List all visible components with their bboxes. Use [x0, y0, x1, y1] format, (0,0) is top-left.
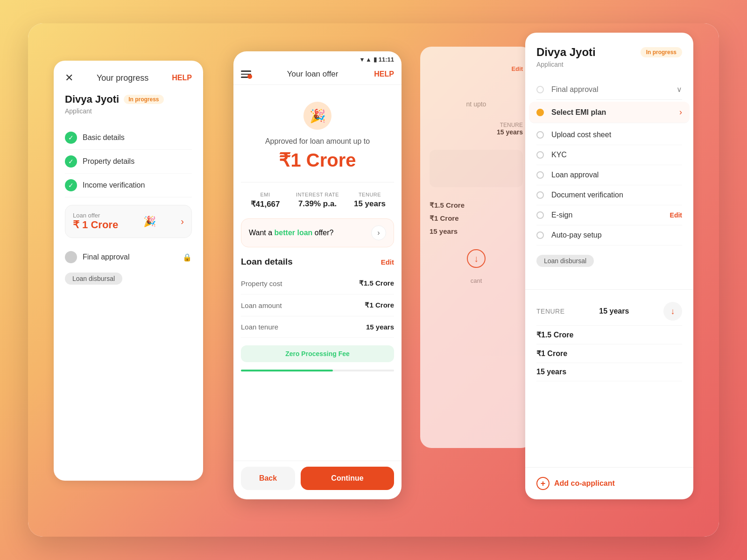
step-select-emi[interactable]: Select EMI plan › — [529, 102, 690, 123]
wifi-icon: ▾ — [360, 56, 364, 63]
bg-panel-partial: Edit nt upto TENURE 15 years ₹1.5 Crore … — [420, 47, 532, 448]
disbursal-tag: Loan disbursal — [65, 273, 122, 285]
approval-amount: ₹1 Crore — [241, 149, 394, 171]
right-panel-inner: Divya Jyoti In progress Applicant Final … — [525, 33, 693, 499]
right-panel-content: Divya Jyoti In progress Applicant Final … — [525, 33, 693, 286]
right-panel: Divya Jyoti In progress Applicant Final … — [525, 33, 693, 499]
progress-bar-fill — [241, 370, 333, 371]
step-dot-autopay — [536, 231, 544, 239]
phone-nav: Your loan offer HELP — [233, 66, 402, 85]
download-button[interactable]: ↓ — [663, 302, 682, 321]
check-icon-property: ✓ — [65, 155, 77, 168]
approval-text: Approved for loan amount up to — [241, 137, 394, 146]
emi-item: EMI ₹41,667 — [241, 192, 289, 209]
outer-card: ✕ Your progress HELP Divya Jyoti In prog… — [28, 23, 719, 537]
right-status-badge: In progress — [641, 47, 682, 57]
help-button-small[interactable]: HELP — [172, 74, 192, 82]
notification-dot — [247, 74, 252, 79]
menu-line-1 — [241, 70, 251, 72]
step-label-doc: Document verification — [551, 191, 682, 199]
step-label-income: Income verification — [83, 181, 145, 189]
time-display: 11:11 — [379, 56, 394, 63]
step-loan-approval[interactable]: Loan approval — [536, 165, 682, 185]
step-dot-emi — [536, 109, 544, 116]
step-label-property: Property details — [83, 157, 134, 166]
step-final-approval[interactable]: Final approval ∨ — [536, 79, 682, 100]
loan-offer-card[interactable]: Loan offer ₹ 1 Crore 🎉 › — [65, 205, 192, 238]
loan-amount-value: ₹1 Crore — [536, 349, 567, 358]
better-loan-banner[interactable]: Want a better loan offer? › — [241, 218, 394, 247]
lock-icon: 🔒 — [183, 253, 192, 262]
step-esign[interactable]: E-sign Edit — [536, 205, 682, 225]
step-label-esign: E-sign — [551, 211, 670, 219]
panel-header: ✕ Your progress HELP — [65, 72, 192, 84]
menu-icon[interactable] — [241, 70, 251, 78]
step-dot-doc — [536, 191, 544, 199]
step-property-details[interactable]: ✓ Property details — [65, 150, 192, 174]
phone-content: 🎉 Approved for loan amount up to ₹1 Cror… — [233, 85, 402, 461]
better-loan-arrow[interactable]: › — [371, 225, 386, 240]
better-loan-text: Want a better loan offer? — [249, 229, 333, 237]
panel-title: Your progress — [97, 73, 148, 83]
status-badge: In progress — [124, 95, 163, 104]
edit-button[interactable]: Edit — [381, 258, 394, 266]
status-icons: ▾ ▲ ▮ 11:11 — [360, 56, 394, 63]
step-label-upload: Upload cost sheet — [551, 131, 682, 139]
step-label-final-approval: Final approval — [551, 85, 677, 94]
right-user-row: Divya Jyoti In progress — [536, 46, 682, 59]
step-autopay[interactable]: Auto-pay setup — [536, 225, 682, 245]
tenure-value: 15 years — [345, 199, 394, 209]
interest-label: INTEREST RATE — [293, 192, 342, 197]
amount-row-1-crore: ₹1 Crore — [536, 344, 682, 363]
main-phone-card: ▾ ▲ ▮ 11:11 Your loan offer HELP 🎉 Ap — [233, 51, 402, 499]
arrow-right-icon: › — [181, 216, 184, 227]
step-income-verification[interactable]: ✓ Income verification — [65, 174, 192, 197]
help-button[interactable]: HELP — [374, 70, 394, 78]
step-kyc[interactable]: KYC — [536, 145, 682, 165]
step-edit-esign[interactable]: Edit — [670, 211, 682, 219]
loan-details-title: Loan details — [241, 257, 293, 267]
step-dot-final-approval — [536, 86, 544, 93]
loan-offer-left: Loan offer ₹ 1 Crore — [73, 212, 118, 231]
signal-icon: ▲ — [366, 56, 372, 63]
battery-icon: ▮ — [374, 56, 377, 63]
step-dot-loan-approval — [536, 171, 544, 179]
detail-row-loan: Loan amount ₹1 Crore — [241, 294, 394, 316]
amounts-section: TENURE 15 years ↓ ₹1.5 Crore ₹1 Crore 15… — [525, 289, 693, 389]
nav-title: Your loan offer — [287, 70, 338, 79]
party-icon-small: 🎉 — [143, 216, 156, 228]
step-dot-esign — [536, 211, 544, 219]
loan-offer-amount: ₹ 1 Crore — [73, 219, 118, 231]
continue-button[interactable]: Continue — [301, 467, 394, 490]
plus-circle-icon: + — [536, 477, 550, 490]
step-label-emi: Select EMI plan — [551, 108, 679, 117]
chevron-down-icon: ∨ — [677, 85, 682, 94]
step-label-loan-approval: Loan approval — [551, 171, 682, 179]
step-dot-upload — [536, 131, 544, 139]
amount-row-15-years: 15 years — [536, 363, 682, 381]
detail-value-property: ₹1.5 Crore — [359, 279, 394, 287]
tenure-item: TENURE 15 years — [345, 192, 394, 209]
interest-value: 7.39% p.a. — [293, 199, 342, 209]
back-button[interactable]: Back — [241, 467, 295, 490]
loan-offer-label: Loan offer — [73, 212, 118, 219]
user-info: Divya Jyoti In progress Applicant — [65, 93, 192, 115]
loan-details-section: Loan details Edit Property cost ₹1.5 Cro… — [241, 257, 394, 371]
step-doc-verification[interactable]: Document verification — [536, 185, 682, 205]
emi-grid: EMI ₹41,667 INTEREST RATE 7.39% p.a. TEN… — [241, 192, 394, 209]
step-label-final: Final approval — [83, 253, 130, 261]
emi-value: ₹41,667 — [241, 199, 289, 209]
close-button[interactable]: ✕ — [65, 72, 73, 84]
step-label-kyc: KYC — [551, 151, 682, 159]
amount-row-1-5-crore: ₹1.5 Crore — [536, 326, 682, 344]
detail-value-loan: ₹1 Crore — [365, 301, 394, 309]
tenure-label: TENURE — [345, 192, 394, 197]
final-approval-row: Final approval 🔒 — [65, 245, 192, 269]
tenure-header: TENURE — [536, 308, 565, 315]
user-name-row: Divya Jyoti In progress — [65, 93, 192, 105]
disbursal-section: Loan disbursal — [536, 245, 682, 273]
step-basic-details[interactable]: ✓ Basic details — [65, 126, 192, 150]
amount-row-tenure-header: TENURE 15 years ↓ — [536, 297, 682, 326]
add-coapplicant-button[interactable]: + Add co-applicant — [525, 467, 693, 499]
step-upload-cost[interactable]: Upload cost sheet — [536, 125, 682, 145]
